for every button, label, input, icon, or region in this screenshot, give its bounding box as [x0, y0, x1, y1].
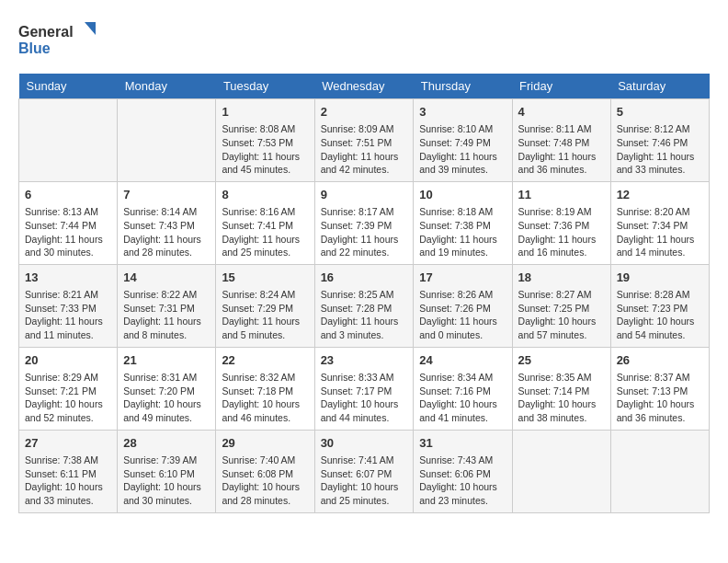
- calendar-cell: 4Sunrise: 8:11 AM Sunset: 7:48 PM Daylig…: [512, 99, 610, 182]
- header-cell-thursday: Thursday: [414, 74, 512, 99]
- header-cell-sunday: Sunday: [19, 74, 118, 99]
- calendar-cell: 14Sunrise: 8:22 AM Sunset: 7:31 PM Dayli…: [118, 264, 216, 347]
- day-info: Sunrise: 8:24 AM Sunset: 7:29 PM Dayligh…: [222, 288, 308, 342]
- calendar-cell: 7Sunrise: 8:14 AM Sunset: 7:43 PM Daylig…: [118, 181, 216, 264]
- week-row-2: 13Sunrise: 8:21 AM Sunset: 7:33 PM Dayli…: [19, 264, 710, 347]
- day-number: 9: [321, 187, 408, 203]
- day-info: Sunrise: 8:10 AM Sunset: 7:49 PM Dayligh…: [419, 122, 506, 177]
- calendar-cell: 6Sunrise: 8:13 AM Sunset: 7:44 PM Daylig…: [19, 181, 118, 264]
- calendar-cell: 12Sunrise: 8:20 AM Sunset: 7:34 PM Dayli…: [610, 181, 709, 264]
- header-row: SundayMondayTuesdayWednesdayThursdayFrid…: [19, 74, 710, 99]
- day-number: 13: [25, 270, 111, 286]
- day-info: Sunrise: 8:13 AM Sunset: 7:44 PM Dayligh…: [25, 205, 111, 259]
- calendar-cell: 2Sunrise: 8:09 AM Sunset: 7:51 PM Daylig…: [314, 99, 414, 182]
- day-info: Sunrise: 8:22 AM Sunset: 7:31 PM Dayligh…: [123, 288, 210, 342]
- day-info: Sunrise: 7:38 AM Sunset: 6:11 PM Dayligh…: [25, 454, 111, 508]
- day-number: 24: [419, 352, 506, 369]
- day-number: 5: [617, 104, 703, 121]
- day-number: 25: [518, 352, 605, 369]
- day-info: Sunrise: 8:28 AM Sunset: 7:23 PM Dayligh…: [617, 288, 703, 342]
- day-info: Sunrise: 8:34 AM Sunset: 7:16 PM Dayligh…: [419, 371, 506, 425]
- calendar-cell: 19Sunrise: 8:28 AM Sunset: 7:23 PM Dayli…: [610, 264, 709, 347]
- day-info: Sunrise: 8:26 AM Sunset: 7:26 PM Dayligh…: [419, 288, 506, 342]
- day-number: 21: [123, 352, 210, 369]
- day-info: Sunrise: 7:39 AM Sunset: 6:10 PM Dayligh…: [123, 454, 210, 508]
- calendar-cell: 31Sunrise: 7:43 AM Sunset: 6:06 PM Dayli…: [414, 430, 512, 512]
- calendar-cell: 10Sunrise: 8:18 AM Sunset: 7:38 PM Dayli…: [414, 181, 512, 264]
- day-number: 16: [321, 270, 408, 286]
- svg-marker-2: [85, 22, 96, 35]
- day-info: Sunrise: 7:40 AM Sunset: 6:08 PM Dayligh…: [222, 454, 308, 508]
- calendar-cell: 29Sunrise: 7:40 AM Sunset: 6:08 PM Dayli…: [216, 430, 314, 512]
- calendar-cell: 5Sunrise: 8:12 AM Sunset: 7:46 PM Daylig…: [610, 99, 709, 182]
- day-number: 2: [321, 104, 408, 121]
- calendar-cell: [118, 99, 216, 182]
- calendar-cell: 3Sunrise: 8:10 AM Sunset: 7:49 PM Daylig…: [414, 99, 512, 182]
- calendar-cell: 1Sunrise: 8:08 AM Sunset: 7:53 PM Daylig…: [216, 99, 314, 182]
- day-info: Sunrise: 8:09 AM Sunset: 7:51 PM Dayligh…: [321, 122, 408, 177]
- day-number: 6: [25, 187, 111, 203]
- day-number: 20: [25, 352, 111, 369]
- day-info: Sunrise: 8:35 AM Sunset: 7:14 PM Dayligh…: [518, 371, 605, 425]
- calendar-cell: [512, 430, 610, 512]
- calendar-cell: 28Sunrise: 7:39 AM Sunset: 6:10 PM Dayli…: [118, 430, 216, 512]
- day-number: 23: [321, 352, 408, 369]
- calendar-cell: 18Sunrise: 8:27 AM Sunset: 7:25 PM Dayli…: [512, 264, 610, 347]
- calendar-body: 1Sunrise: 8:08 AM Sunset: 7:53 PM Daylig…: [19, 99, 710, 513]
- calendar-cell: 13Sunrise: 8:21 AM Sunset: 7:33 PM Dayli…: [19, 264, 118, 347]
- day-number: 10: [419, 187, 506, 203]
- day-info: Sunrise: 8:14 AM Sunset: 7:43 PM Dayligh…: [123, 205, 210, 259]
- day-info: Sunrise: 7:43 AM Sunset: 6:06 PM Dayligh…: [419, 454, 506, 508]
- day-info: Sunrise: 7:41 AM Sunset: 6:07 PM Dayligh…: [321, 454, 408, 508]
- calendar-cell: 23Sunrise: 8:33 AM Sunset: 7:17 PM Dayli…: [314, 347, 414, 430]
- day-number: 4: [518, 104, 605, 121]
- day-info: Sunrise: 8:33 AM Sunset: 7:17 PM Dayligh…: [321, 371, 408, 425]
- calendar-cell: [19, 99, 118, 182]
- calendar-table: SundayMondayTuesdayWednesdayThursdayFrid…: [18, 74, 710, 513]
- day-info: Sunrise: 8:18 AM Sunset: 7:38 PM Dayligh…: [419, 205, 506, 259]
- day-info: Sunrise: 8:12 AM Sunset: 7:46 PM Dayligh…: [617, 122, 703, 177]
- day-info: Sunrise: 8:08 AM Sunset: 7:53 PM Dayligh…: [222, 122, 308, 177]
- day-number: 18: [518, 270, 605, 286]
- week-row-3: 20Sunrise: 8:29 AM Sunset: 7:21 PM Dayli…: [19, 347, 710, 430]
- day-number: 17: [419, 270, 506, 286]
- day-info: Sunrise: 8:17 AM Sunset: 7:39 PM Dayligh…: [321, 205, 408, 259]
- svg-text:Blue: Blue: [18, 40, 51, 56]
- day-number: 12: [617, 187, 703, 203]
- calendar-cell: 17Sunrise: 8:26 AM Sunset: 7:26 PM Dayli…: [414, 264, 512, 347]
- calendar-cell: 11Sunrise: 8:19 AM Sunset: 7:36 PM Dayli…: [512, 181, 610, 264]
- day-number: 22: [222, 352, 308, 369]
- day-info: Sunrise: 8:37 AM Sunset: 7:13 PM Dayligh…: [617, 371, 703, 425]
- day-number: 3: [419, 104, 506, 121]
- day-info: Sunrise: 8:27 AM Sunset: 7:25 PM Dayligh…: [518, 288, 605, 342]
- day-number: 28: [123, 435, 210, 452]
- day-number: 8: [222, 187, 308, 203]
- week-row-1: 6Sunrise: 8:13 AM Sunset: 7:44 PM Daylig…: [19, 181, 710, 264]
- page-header: General Blue: [18, 18, 710, 59]
- header-cell-wednesday: Wednesday: [314, 74, 414, 99]
- day-info: Sunrise: 8:32 AM Sunset: 7:18 PM Dayligh…: [222, 371, 308, 425]
- day-number: 11: [518, 187, 605, 203]
- calendar-header: SundayMondayTuesdayWednesdayThursdayFrid…: [19, 74, 710, 99]
- header-cell-tuesday: Tuesday: [216, 74, 314, 99]
- calendar-cell: 22Sunrise: 8:32 AM Sunset: 7:18 PM Dayli…: [216, 347, 314, 430]
- day-number: 31: [419, 435, 506, 452]
- svg-text:General: General: [18, 24, 74, 40]
- logo: General Blue: [18, 18, 101, 59]
- week-row-0: 1Sunrise: 8:08 AM Sunset: 7:53 PM Daylig…: [19, 99, 710, 182]
- logo-svg: General Blue: [18, 18, 101, 59]
- day-number: 7: [123, 187, 210, 203]
- day-info: Sunrise: 8:25 AM Sunset: 7:28 PM Dayligh…: [321, 288, 408, 342]
- day-number: 14: [123, 270, 210, 286]
- day-info: Sunrise: 8:19 AM Sunset: 7:36 PM Dayligh…: [518, 205, 605, 259]
- day-info: Sunrise: 8:16 AM Sunset: 7:41 PM Dayligh…: [222, 205, 308, 259]
- calendar-cell: 24Sunrise: 8:34 AM Sunset: 7:16 PM Dayli…: [414, 347, 512, 430]
- calendar-cell: 26Sunrise: 8:37 AM Sunset: 7:13 PM Dayli…: [610, 347, 709, 430]
- calendar-cell: [610, 430, 709, 512]
- day-info: Sunrise: 8:20 AM Sunset: 7:34 PM Dayligh…: [617, 205, 703, 259]
- header-cell-saturday: Saturday: [610, 74, 709, 99]
- calendar-cell: 21Sunrise: 8:31 AM Sunset: 7:20 PM Dayli…: [118, 347, 216, 430]
- day-info: Sunrise: 8:11 AM Sunset: 7:48 PM Dayligh…: [518, 122, 605, 177]
- day-number: 15: [222, 270, 308, 286]
- calendar-cell: 9Sunrise: 8:17 AM Sunset: 7:39 PM Daylig…: [314, 181, 414, 264]
